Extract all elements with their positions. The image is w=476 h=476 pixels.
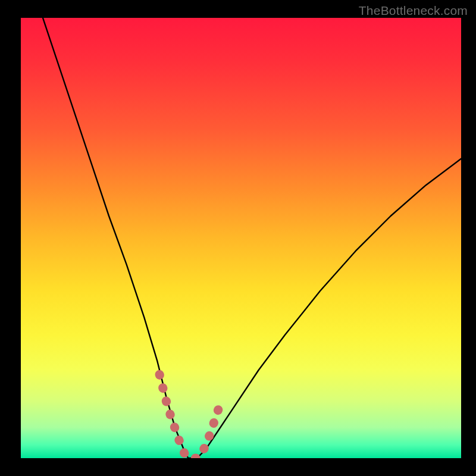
- curve-path: [43, 18, 461, 458]
- highlighted-markers: [159, 374, 221, 458]
- bottleneck-curve: [43, 18, 461, 458]
- watermark-text: TheBottleneck.com: [359, 4, 468, 18]
- chart-svg: [21, 18, 461, 458]
- plot-area: [21, 18, 461, 458]
- marker-path: [159, 374, 221, 458]
- chart-frame: TheBottleneck.com: [0, 0, 476, 476]
